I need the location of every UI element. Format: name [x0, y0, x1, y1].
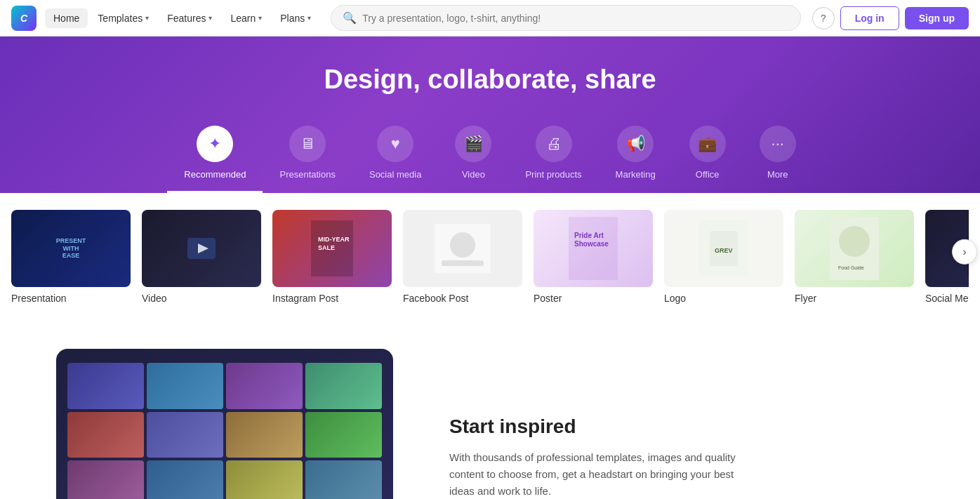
- inspired-section: Start inspired With thousands of profess…: [0, 321, 980, 499]
- category-icon-recommended: ✦: [197, 126, 233, 162]
- template-label-presentation: Presentation: [11, 293, 131, 304]
- svg-point-6: [450, 232, 475, 258]
- template-card-facebook-post[interactable]: Facebook Post: [403, 210, 522, 304]
- template-label-logo: Logo: [664, 293, 783, 304]
- svg-text:MID-YEAR: MID-YEAR: [318, 236, 350, 243]
- category-video[interactable]: 🎬 Video: [438, 117, 508, 193]
- svg-text:GREV: GREV: [715, 247, 733, 254]
- features-chevron-icon: ▾: [208, 14, 212, 22]
- template-thumb-flyer: Food Guide: [795, 210, 914, 287]
- template-card-poster[interactable]: Pride ArtShowcase Poster: [534, 210, 653, 304]
- category-label-office: Office: [696, 169, 720, 180]
- template-thumb-instagram-post: MID-YEARSALE: [272, 210, 392, 287]
- category-icon-more: ···: [760, 126, 796, 162]
- signup-button[interactable]: Sign up: [905, 7, 969, 29]
- template-card-instagram-post[interactable]: MID-YEARSALE Instagram Post: [272, 210, 392, 304]
- screen-cell-9: [147, 460, 223, 499]
- inspired-text: Start inspired With thousands of profess…: [449, 415, 758, 499]
- screen-cell-0: [67, 363, 144, 409]
- category-label-video: Video: [462, 169, 485, 180]
- screen-cell-3: [305, 363, 382, 409]
- laptop-screen: [56, 349, 393, 499]
- category-icon-social-media: ♥: [377, 126, 413, 162]
- navbar: C Home Templates ▾ Features ▾ Learn ▾ Pl…: [0, 0, 980, 36]
- category-label-social-media: Social media: [369, 169, 421, 180]
- nav-templates[interactable]: Templates ▾: [89, 8, 157, 28]
- template-label-flyer: Flyer: [795, 293, 914, 304]
- category-bar: ✦ Recommended 🖥 Presentations ♥ Social m…: [0, 117, 980, 193]
- screen-cell-10: [226, 460, 303, 499]
- screen-cell-6: [226, 412, 303, 458]
- category-label-marketing: Marketing: [616, 169, 656, 180]
- category-social-media[interactable]: ♥ Social media: [352, 117, 438, 193]
- screen-cell-4: [67, 412, 144, 458]
- hero-section: Design, collaborate, share ✦ Recommended…: [0, 36, 980, 193]
- category-presentations[interactable]: 🖥 Presentations: [263, 117, 352, 193]
- category-icon-video: 🎬: [455, 126, 491, 162]
- inspired-body: With thousands of professional templates…: [449, 449, 758, 499]
- logo-text: C: [20, 13, 27, 24]
- category-label-recommended: Recommended: [184, 169, 246, 180]
- screen-cell-11: [305, 460, 382, 499]
- category-print-products[interactable]: 🖨 Print products: [508, 117, 598, 193]
- template-thumb-video: [142, 210, 261, 287]
- category-office[interactable]: 💼 Office: [673, 117, 743, 193]
- category-label-print-products: Print products: [525, 169, 581, 180]
- category-marketing[interactable]: 📢 Marketing: [599, 117, 673, 193]
- search-icon: 🔍: [343, 11, 357, 25]
- nav-links: Home Templates ▾ Features ▾ Learn ▾ Plan…: [45, 8, 319, 28]
- templates-section: PRESENTWITHEASE Presentation Video MID-Y…: [0, 193, 980, 321]
- templates-chevron-icon: ▾: [145, 14, 149, 22]
- template-card-presentation[interactable]: PRESENTWITHEASE Presentation: [11, 210, 131, 304]
- category-more[interactable]: ··· More: [743, 117, 813, 193]
- login-button[interactable]: Log in: [840, 6, 899, 30]
- svg-text:Showcase: Showcase: [574, 240, 609, 248]
- learn-chevron-icon: ▾: [258, 14, 262, 22]
- nav-features[interactable]: Features ▾: [159, 8, 220, 28]
- screen-cell-5: [147, 412, 223, 458]
- template-label-poster: Poster: [534, 293, 653, 304]
- template-thumb-presentation: PRESENTWITHEASE: [11, 210, 131, 287]
- category-label-more: More: [767, 169, 788, 180]
- template-label-video: Video: [142, 293, 261, 304]
- hero-title: Design, collaborate, share: [0, 65, 980, 95]
- nav-learn[interactable]: Learn ▾: [222, 8, 270, 28]
- category-recommended[interactable]: ✦ Recommended: [167, 117, 263, 193]
- template-thumb-logo: GREV: [664, 210, 783, 287]
- templates-next-button[interactable]: ›: [952, 239, 977, 265]
- screen-cell-8: [67, 460, 144, 499]
- screen-cell-2: [226, 363, 303, 409]
- screen-cell-1: [147, 363, 223, 409]
- template-label-instagram-post: Instagram Post: [272, 293, 392, 304]
- template-thumb-facebook-post: [403, 210, 522, 287]
- screen-cell-7: [305, 412, 382, 458]
- category-label-presentations: Presentations: [279, 169, 336, 180]
- template-card-video[interactable]: Video: [142, 210, 261, 304]
- svg-text:SALE: SALE: [318, 244, 335, 251]
- template-label-facebook-post: Facebook Post: [403, 293, 522, 304]
- category-icon-presentations: 🖥: [289, 126, 326, 162]
- help-button[interactable]: ?: [812, 7, 835, 29]
- nav-right: ? Log in Sign up: [812, 6, 969, 30]
- plans-chevron-icon: ▾: [307, 14, 311, 22]
- nav-home[interactable]: Home: [45, 8, 88, 28]
- template-label-social-media: Social Media: [925, 293, 969, 304]
- svg-rect-7: [442, 260, 484, 266]
- nav-plans[interactable]: Plans ▾: [272, 8, 319, 28]
- laptop-mockup: [56, 349, 393, 499]
- template-card-logo[interactable]: GREV Logo: [664, 210, 783, 304]
- category-icon-marketing: 📢: [617, 126, 654, 162]
- svg-point-15: [839, 226, 870, 257]
- search-input[interactable]: [362, 13, 788, 24]
- templates-row: PRESENTWITHEASE Presentation Video MID-Y…: [11, 210, 969, 304]
- svg-text:Pride Art: Pride Art: [574, 232, 604, 239]
- inspired-heading: Start inspired: [449, 415, 758, 438]
- category-icon-office: 💼: [689, 126, 726, 162]
- template-card-flyer[interactable]: Food Guide Flyer: [795, 210, 914, 304]
- canva-logo[interactable]: C: [11, 6, 37, 31]
- template-thumb-poster: Pride ArtShowcase: [534, 210, 653, 287]
- category-icon-print-products: 🖨: [536, 126, 572, 162]
- svg-text:Food Guide: Food Guide: [838, 265, 864, 270]
- svg-rect-8: [569, 217, 618, 280]
- search-bar: 🔍: [331, 5, 800, 31]
